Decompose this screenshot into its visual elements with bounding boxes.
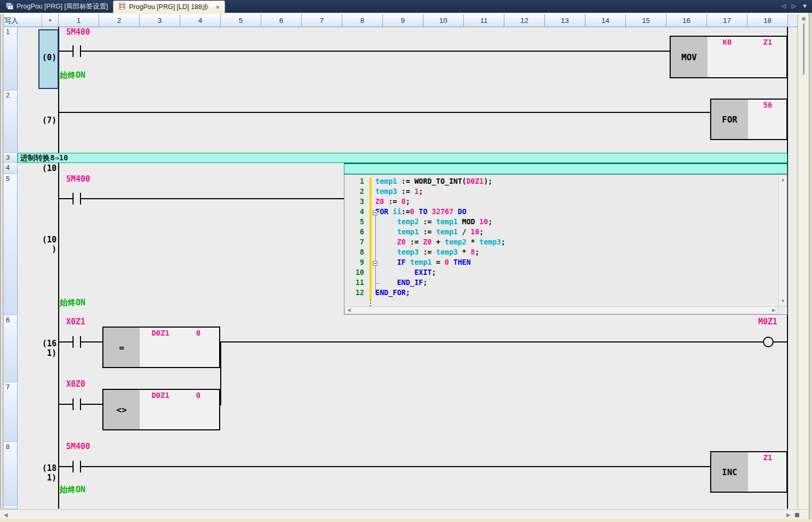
wire	[81, 341, 102, 342]
row-number-8[interactable]: 8	[4, 442, 18, 506]
row-number-7[interactable]: 7	[4, 382, 18, 442]
st-line-12: 12END_FOR;	[344, 288, 778, 298]
compare-right-operand: 0	[194, 329, 203, 337]
row-number-5[interactable]: 5	[4, 174, 18, 315]
tab-scroll-left-icon[interactable]: ◁	[781, 3, 785, 10]
gx-works-ld-editor: ProgPou [PRG] [局部标签设置] ProgPou [PRG] [LD…	[0, 0, 812, 522]
row-number-6[interactable]: 6	[4, 315, 18, 382]
device-label: X0Z1	[66, 317, 85, 327]
st-line-2: 2temp3 := 1;	[344, 187, 778, 197]
edit-mode-indicator[interactable]: 写入	[0, 14, 42, 27]
scroll-left-icon[interactable]: ◀	[4, 512, 8, 518]
column-header-4: 4	[180, 14, 221, 27]
wire	[81, 466, 710, 467]
st-line-number: 10	[344, 268, 366, 276]
device-label: SM400	[66, 27, 90, 37]
wire	[59, 404, 73, 405]
column-header-15: 15	[626, 14, 666, 27]
device-label: SM400	[66, 174, 90, 184]
tab-scroll-right-icon[interactable]: ▷	[792, 3, 796, 10]
st-line-number: 3	[344, 197, 366, 206]
column-header-10: 10	[423, 14, 464, 27]
instruction-mnemonic: FOR	[711, 100, 748, 139]
st-line-number: 6	[344, 227, 366, 236]
column-header-9: 9	[383, 14, 423, 27]
wire	[59, 341, 73, 342]
column-header-11: 11	[464, 14, 504, 27]
ladder-editor-icon	[118, 3, 126, 11]
instruction-mnemonic: MOV	[671, 37, 708, 77]
scroll-down-icon[interactable]: ▼	[781, 299, 785, 304]
fold-collapse-icon[interactable]	[373, 210, 377, 215]
device-comment: 始终ON	[60, 70, 85, 80]
step-number: (7)	[20, 116, 57, 125]
wire	[81, 51, 670, 52]
st-line-number: 5	[344, 217, 366, 226]
chevron-down-icon[interactable]: ▾	[42, 14, 59, 27]
fold-guide-if-end	[375, 283, 380, 284]
row-number-3[interactable]: 3	[4, 153, 18, 163]
operand: Z1	[759, 453, 776, 462]
tab-ld-program[interactable]: ProgPou [PRG] [LD] 188步 ×	[113, 1, 225, 13]
scroll-right-icon[interactable]: ▶	[786, 512, 791, 518]
coil-m0z1[interactable]	[763, 337, 774, 347]
step-number: (10	[20, 164, 57, 173]
row-number-4[interactable]: 4	[4, 163, 18, 174]
column-header-6: 6	[261, 14, 302, 27]
tab-local-label-settings[interactable]: ProgPou [PRG] [局部标签设置]	[1, 1, 113, 13]
st-inline-box[interactable]: 1temp1 := WORD_TO_INT(D0Z1);2temp3 := 1;…	[344, 174, 787, 315]
column-header-12: 12	[504, 14, 545, 27]
window-left-edge	[0, 14, 4, 519]
wire	[59, 198, 73, 199]
scroll-up-icon[interactable]: ▲	[781, 177, 785, 182]
column-header-2: 2	[99, 14, 140, 27]
row-number-2[interactable]: 2	[4, 91, 18, 153]
close-icon[interactable]: ×	[215, 4, 220, 11]
compare-operator: <>	[103, 390, 140, 429]
step-number: (16 1)	[20, 339, 57, 358]
st-line-6: 6 temp1 := temp1 / 10;	[344, 227, 778, 238]
device-comment: 始终ON	[60, 298, 85, 308]
st-vertical-scrollbar[interactable]: ▲ ▼	[778, 175, 787, 306]
st-line-8: 8 temp3 := temp3 * 8;	[344, 248, 778, 258]
compare-left-operand: D0Z1	[150, 329, 171, 337]
document-tab-bar: ProgPou [PRG] [局部标签设置] ProgPou [PRG] [LD…	[0, 0, 812, 13]
fold-collapse-icon[interactable]	[373, 261, 377, 266]
step-number: (18 1)	[20, 463, 57, 483]
editor-horizontal-scrollbar[interactable]: ◀ ▶	[0, 509, 809, 519]
scrollbar-grip[interactable]	[795, 513, 799, 517]
step-number: (10 )	[20, 235, 57, 254]
operand-dest: Z1	[759, 38, 776, 46]
scroll-right-icon[interactable]: ▶	[772, 308, 776, 313]
step-number: (0)	[20, 53, 57, 62]
st-line-10: 10 EXIT;	[344, 268, 778, 278]
column-header-13: 13	[545, 14, 585, 27]
local-label-table-icon	[6, 3, 13, 11]
st-box-header-strip[interactable]	[344, 163, 787, 174]
column-header-5: 5	[221, 14, 261, 27]
operand: 56	[759, 101, 776, 109]
st-line-number: 4	[344, 207, 366, 216]
st-line-number: 9	[344, 258, 366, 266]
tab-list-dropdown-icon[interactable]: ▼	[802, 3, 808, 10]
branch-wire	[220, 341, 221, 405]
st-line-1: 1temp1 := WORD_TO_INT(D0Z1);	[344, 177, 778, 187]
fold-guide-if	[375, 266, 376, 284]
column-header-14: 14	[585, 14, 626, 27]
wire	[81, 404, 102, 405]
wire	[220, 341, 787, 342]
scroll-thumb[interactable]	[803, 23, 805, 75]
scroll-left-icon[interactable]: ◀	[347, 308, 351, 313]
st-horizontal-scrollbar[interactable]: ◀ ▶	[344, 306, 778, 314]
fold-guide-for-end	[375, 293, 380, 294]
tab-label: ProgPou [PRG] [LD] 188步	[129, 3, 208, 12]
st-line-5: 5 temp2 := temp1 MOD 10;	[344, 217, 778, 227]
st-line-number: 8	[344, 248, 366, 256]
compare-operator: =	[103, 328, 140, 367]
wire	[59, 466, 73, 467]
operand-source: K0	[719, 38, 736, 46]
rung-comment-bar[interactable]: 进制转换8⇒10	[18, 153, 787, 163]
wire	[59, 51, 73, 52]
editor-vertical-scrollbar[interactable]	[798, 14, 809, 509]
row-number-1[interactable]: 1	[4, 27, 18, 91]
